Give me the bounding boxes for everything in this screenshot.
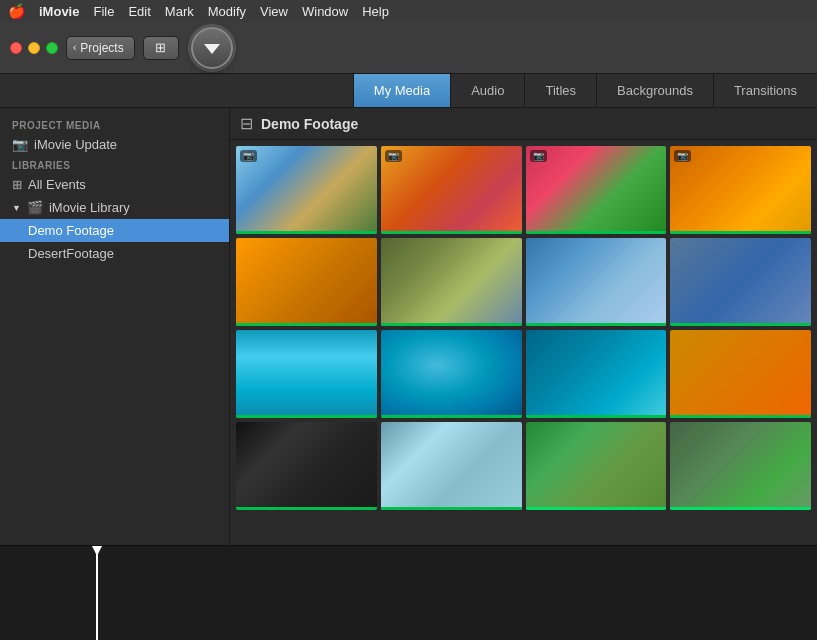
duration-bar	[670, 507, 811, 510]
media-thumbnail[interactable]	[236, 238, 377, 326]
triangle-icon: ▼	[12, 203, 21, 213]
plus-icon: ⊞	[12, 178, 22, 192]
media-thumbnail[interactable]: 📷	[381, 146, 522, 234]
sidebar-item-imovie-update[interactable]: 📷 iMovie Update	[0, 133, 229, 156]
duration-bar	[236, 507, 377, 510]
menu-help[interactable]: Help	[362, 4, 389, 19]
media-grid: 📷 📷 📷 📷	[230, 140, 817, 545]
duration-bar	[236, 415, 377, 418]
camera-badge-icon: 📷	[674, 150, 691, 162]
media-thumbnail[interactable]	[381, 422, 522, 510]
menu-mark[interactable]: Mark	[165, 4, 194, 19]
sidebar-item-desert-footage[interactable]: DesertFootage	[0, 242, 229, 265]
duration-bar	[526, 507, 667, 510]
media-thumbnail[interactable]	[236, 330, 377, 418]
media-thumbnail[interactable]	[526, 238, 667, 326]
sidebar-item-all-events[interactable]: ⊞ All Events	[0, 173, 229, 196]
playhead	[96, 546, 98, 640]
menu-imovie[interactable]: iMovie	[39, 4, 79, 19]
sidebar-item-label: iMovie Library	[49, 200, 130, 215]
duration-bar	[526, 231, 667, 234]
media-thumbnail[interactable]	[670, 238, 811, 326]
media-thumbnail[interactable]	[236, 422, 377, 510]
media-thumbnail[interactable]	[381, 238, 522, 326]
sidebar-item-label: iMovie Update	[34, 137, 117, 152]
tab-titles[interactable]: Titles	[524, 74, 596, 107]
apple-logo-icon: 🍎	[8, 3, 25, 19]
menu-edit[interactable]: Edit	[128, 4, 150, 19]
projects-label: Projects	[80, 41, 123, 55]
menu-view[interactable]: View	[260, 4, 288, 19]
content-header: ⊟ Demo Footage	[230, 108, 817, 140]
duration-bar	[526, 323, 667, 326]
duration-bar	[381, 415, 522, 418]
tab-my-media[interactable]: My Media	[353, 74, 450, 107]
tab-bar: My Media Audio Titles Backgrounds Transi…	[0, 74, 817, 108]
camera-badge-icon: 📷	[385, 150, 402, 162]
duration-bar	[236, 231, 377, 234]
duration-bar	[381, 231, 522, 234]
traffic-lights	[10, 42, 58, 54]
sidebar-item-demo-footage[interactable]: Demo Footage	[0, 219, 229, 242]
tab-transitions[interactable]: Transitions	[713, 74, 817, 107]
sidebar: PROJECT MEDIA 📷 iMovie Update LIBRARIES …	[0, 108, 230, 545]
duration-bar	[526, 415, 667, 418]
content-area: ⊟ Demo Footage 📷 📷 📷 📷	[230, 108, 817, 545]
grid-view-icon: ⊞	[155, 40, 166, 55]
timeline-content[interactable]	[0, 546, 817, 640]
minimize-button[interactable]	[28, 42, 40, 54]
camera-badge-icon: 📷	[530, 150, 547, 162]
import-button[interactable]	[191, 27, 233, 69]
menu-window[interactable]: Window	[302, 4, 348, 19]
chevron-left-icon: ‹	[73, 42, 76, 53]
duration-bar	[670, 415, 811, 418]
duration-bar	[381, 323, 522, 326]
sidebar-item-label: DesertFootage	[28, 246, 114, 261]
media-thumbnail[interactable]	[381, 330, 522, 418]
toolbar: ‹ Projects ⊞	[0, 22, 817, 74]
sidebar-item-label: All Events	[28, 177, 86, 192]
media-thumbnail[interactable]: 📷	[526, 146, 667, 234]
close-button[interactable]	[10, 42, 22, 54]
maximize-button[interactable]	[46, 42, 58, 54]
content-title: Demo Footage	[261, 116, 358, 132]
section-libraries: LIBRARIES	[0, 156, 229, 173]
main-layout: PROJECT MEDIA 📷 iMovie Update LIBRARIES …	[0, 108, 817, 545]
sidebar-item-label: Demo Footage	[28, 223, 114, 238]
media-thumbnail[interactable]	[526, 422, 667, 510]
duration-bar	[236, 323, 377, 326]
duration-bar	[670, 323, 811, 326]
media-thumbnail[interactable]	[526, 330, 667, 418]
section-project-media: PROJECT MEDIA	[0, 116, 229, 133]
sidebar-item-imovie-library[interactable]: ▼ 🎬 iMovie Library	[0, 196, 229, 219]
menu-bar: 🍎 iMovie File Edit Mark Modify View Wind…	[0, 0, 817, 22]
film-icon: 🎬	[27, 200, 43, 215]
view-toggle-button[interactable]: ⊞	[143, 36, 179, 60]
media-thumbnail[interactable]	[670, 330, 811, 418]
menu-file[interactable]: File	[93, 4, 114, 19]
duration-bar	[381, 507, 522, 510]
tab-audio[interactable]: Audio	[450, 74, 524, 107]
media-thumbnail[interactable]: 📷	[670, 146, 811, 234]
tab-backgrounds[interactable]: Backgrounds	[596, 74, 713, 107]
media-thumbnail[interactable]	[670, 422, 811, 510]
camera-badge-icon: 📷	[240, 150, 257, 162]
menu-modify[interactable]: Modify	[208, 4, 246, 19]
timeline-area	[0, 545, 817, 640]
duration-bar	[670, 231, 811, 234]
layout-grid-icon[interactable]: ⊟	[240, 114, 253, 133]
projects-button[interactable]: ‹ Projects	[66, 36, 135, 60]
camera-icon: 📷	[12, 137, 28, 152]
media-thumbnail[interactable]: 📷	[236, 146, 377, 234]
download-arrow-icon	[204, 44, 220, 54]
